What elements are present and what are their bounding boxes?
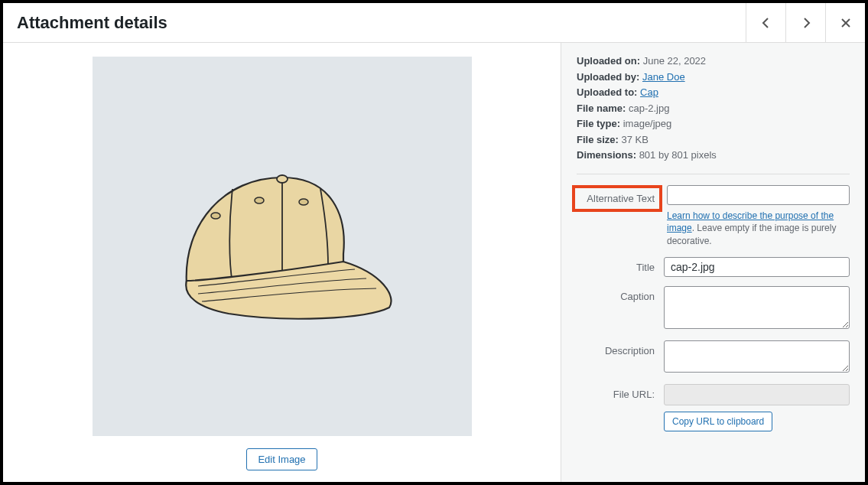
description-label: Description [577,340,664,356]
meta-label: File name: [577,103,626,114]
meta-label: File size: [577,134,619,145]
meta-value: image/jpeg [623,118,672,129]
edit-image-button[interactable]: Edit Image [246,448,317,470]
chevron-left-icon [760,17,772,29]
file-url-input[interactable] [664,384,850,405]
meta-uploaded-on: Uploaded on: June 22, 2022 [577,54,850,69]
uploaded-to-link[interactable]: Cap [640,86,658,98]
nav-next-button[interactable] [785,3,825,43]
description-control [664,340,850,375]
field-file-url: File URL: Copy URL to clipboard [577,384,850,431]
header-buttons [746,3,865,42]
svg-point-2 [211,213,220,219]
modal-header: Attachment details [3,3,865,43]
details-pane: Uploaded on: June 22, 2022 Uploaded by: … [561,43,865,482]
caption-control [664,286,850,331]
attachment-details-modal: Attachment details [3,3,865,482]
uploaded-by-link[interactable]: Jane Doe [642,71,685,83]
close-button[interactable] [825,3,865,43]
meta-file-size: File size: 37 KB [577,132,850,148]
meta-value: 801 by 801 pixels [639,149,717,161]
meta-label: Uploaded on: [577,55,640,67]
svg-point-5 [277,175,288,183]
alt-text-hint-rest: . Leave empty if the image is purely dec… [667,223,836,246]
image-pane: Edit Image [3,43,561,482]
caption-label: Caption [577,286,664,302]
caption-textarea[interactable] [664,286,850,329]
meta-value: June 22, 2022 [643,55,706,67]
alt-text-control: Learn how to describe the purpose of the… [667,185,850,248]
field-caption: Caption [577,286,850,331]
file-url-label: File URL: [577,384,664,400]
cap-illustration [156,147,408,346]
svg-point-3 [255,197,264,203]
svg-point-4 [299,199,308,205]
meta-value: cap-2.jpg [629,103,669,114]
description-textarea[interactable] [664,340,850,373]
file-url-control: Copy URL to clipboard [664,384,850,431]
alt-text-input[interactable] [667,185,850,205]
modal-title: Attachment details [3,13,746,33]
meta-value: 37 KB [622,134,649,145]
meta-label: Uploaded by: [577,71,639,83]
title-label: Title [577,257,664,273]
meta-label: File type: [577,118,620,129]
nav-prev-button[interactable] [746,3,785,43]
chevron-right-icon [800,17,812,29]
field-title: Title [577,257,850,277]
divider [577,174,850,174]
meta-uploaded-by: Uploaded by: Jane Doe [577,70,850,85]
meta-file-type: File type: image/jpeg [577,116,850,132]
meta-label: Uploaded to: [577,86,637,98]
copy-url-button[interactable]: Copy URL to clipboard [664,412,772,431]
meta-label: Dimensions: [577,149,636,161]
field-description: Description [577,340,850,375]
meta-file-name: File name: cap-2.jpg [577,101,850,116]
image-preview [93,57,472,436]
meta-dimensions: Dimensions: 801 by 801 pixels [577,148,850,163]
meta-uploaded-to: Uploaded to: Cap [577,85,850,100]
alt-text-label: Alternative Text [572,185,662,212]
title-input[interactable] [664,257,850,277]
field-alt-text: Alternative Text Learn how to describe t… [577,185,850,248]
alt-text-hint: Learn how to describe the purpose of the… [667,210,850,248]
modal-body: Edit Image Uploaded on: June 22, 2022 Up… [3,43,865,482]
title-control [664,257,850,277]
close-icon [840,17,852,29]
